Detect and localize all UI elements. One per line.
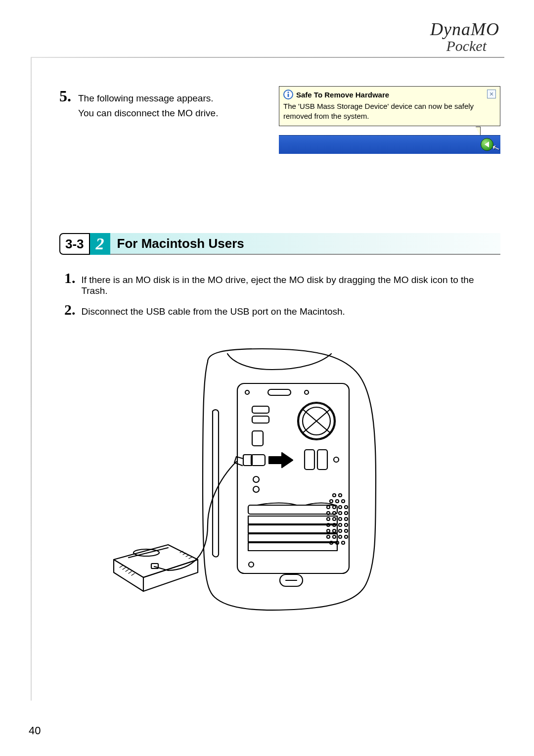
- svg-point-27: [336, 500, 339, 503]
- svg-point-43: [339, 523, 342, 526]
- svg-rect-14: [305, 450, 314, 470]
- svg-line-64: [129, 571, 132, 573]
- svg-point-38: [333, 518, 336, 520]
- svg-rect-15: [317, 450, 327, 470]
- svg-point-47: [339, 529, 342, 532]
- svg-point-18: [253, 486, 259, 492]
- balloon-tail-inner: [476, 127, 480, 135]
- mac-steps: 1. If there is an MO disk is in the MO d…: [59, 271, 500, 317]
- safe-remove-balloon-wrap: Safe To Remove Hardware × The 'USB Mass …: [279, 86, 500, 154]
- svg-rect-5: [268, 389, 291, 395]
- svg-rect-20: [248, 516, 337, 524]
- svg-point-49: [327, 535, 330, 538]
- balloon-title-row: Safe To Remove Hardware ×: [283, 90, 496, 99]
- header-underline: [31, 57, 504, 58]
- svg-point-50: [333, 535, 336, 538]
- svg-point-55: [342, 541, 345, 544]
- svg-point-40: [345, 518, 348, 520]
- svg-rect-22: [248, 534, 337, 542]
- svg-point-32: [345, 506, 348, 509]
- svg-point-44: [345, 523, 348, 526]
- svg-line-69: [189, 557, 192, 559]
- svg-point-33: [327, 512, 330, 515]
- section-chip-sub: 2: [90, 233, 110, 255]
- svg-rect-10: [252, 416, 269, 423]
- svg-point-35: [339, 512, 342, 515]
- svg-point-46: [333, 529, 336, 532]
- svg-line-63: [126, 569, 129, 571]
- svg-point-25: [339, 494, 342, 497]
- svg-point-16: [334, 457, 339, 462]
- svg-point-24: [333, 494, 336, 497]
- balloon-title: Safe To Remove Hardware: [296, 91, 389, 99]
- svg-point-26: [330, 500, 333, 503]
- brand-header: DynaMO Pocket: [0, 19, 534, 54]
- list-item: 2. Disconnect the USB cable from the USB…: [64, 302, 500, 317]
- page-number: 40: [29, 724, 41, 737]
- svg-point-28: [342, 500, 345, 503]
- svg-rect-23: [248, 543, 337, 551]
- svg-point-51: [339, 535, 342, 538]
- cursor-icon: ↖: [490, 142, 501, 154]
- svg-point-1: [287, 92, 289, 93]
- svg-point-30: [333, 506, 336, 509]
- step-text: The following message appears. You can d…: [78, 89, 273, 121]
- brand-line-2: Pocket: [0, 38, 499, 54]
- svg-point-34: [333, 512, 336, 515]
- step-text: If there is an MO disk is in the MO driv…: [81, 275, 500, 296]
- svg-point-6: [305, 390, 309, 394]
- svg-line-68: [186, 555, 189, 557]
- svg-point-52: [345, 535, 348, 538]
- section-chip-number: 3-3: [59, 233, 90, 255]
- svg-point-37: [327, 518, 330, 520]
- svg-point-36: [345, 512, 348, 515]
- svg-rect-9: [252, 406, 269, 413]
- info-icon: [283, 90, 293, 99]
- section-title: For Macintosh Users: [110, 233, 500, 255]
- step-number: 2.: [64, 302, 76, 317]
- section-heading: 3-3 2 For Macintosh Users: [59, 233, 500, 255]
- page-content: 5. The following message appears. You ca…: [59, 89, 500, 736]
- svg-point-39: [339, 518, 342, 520]
- svg-point-45: [327, 529, 330, 532]
- step-number: 1.: [64, 271, 75, 285]
- svg-point-31: [339, 506, 342, 509]
- taskbar: ↖: [279, 135, 500, 154]
- svg-rect-2: [288, 94, 289, 97]
- safe-remove-balloon: Safe To Remove Hardware × The 'USB Mass …: [279, 86, 500, 126]
- brand-line-1: DynaMO: [0, 19, 499, 40]
- step-text: Disconnect the USB cable from the USB po…: [82, 306, 345, 317]
- svg-point-56: [249, 562, 254, 567]
- balloon-body: The 'USB Mass Storage Device' device can…: [283, 101, 496, 121]
- svg-line-62: [123, 567, 126, 569]
- close-icon[interactable]: ×: [487, 90, 496, 98]
- illustration-mac-usb-disconnect: [109, 347, 415, 624]
- svg-line-65: [132, 573, 134, 575]
- step-text-line1: The following message appears.: [78, 93, 214, 103]
- left-vertical-rule: [31, 57, 32, 701]
- svg-point-4: [245, 390, 249, 394]
- step-text-line2: You can disconnect the MO drive.: [78, 106, 273, 121]
- svg-rect-12: [251, 455, 265, 466]
- svg-rect-19: [248, 505, 337, 514]
- svg-line-61: [120, 566, 123, 567]
- svg-point-48: [345, 529, 348, 532]
- svg-marker-13: [269, 453, 293, 468]
- step-number: 5.: [59, 88, 72, 104]
- svg-rect-11: [252, 431, 263, 446]
- svg-point-17: [253, 476, 259, 482]
- step-5-row: 5. The following message appears. You ca…: [59, 89, 500, 154]
- svg-rect-21: [248, 525, 337, 533]
- svg-point-29: [327, 506, 330, 509]
- list-item: 1. If there is an MO disk is in the MO d…: [64, 271, 500, 296]
